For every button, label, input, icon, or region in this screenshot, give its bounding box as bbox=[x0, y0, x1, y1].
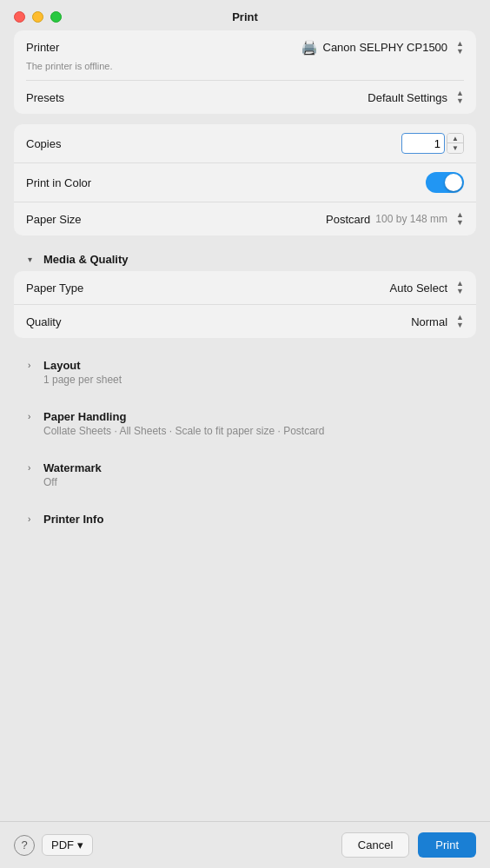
copies-increment[interactable]: ▲ bbox=[447, 134, 463, 143]
layout-subtitle: 1 page per sheet bbox=[14, 374, 476, 393]
printer-info-section: › Printer Info bbox=[14, 506, 476, 527]
title-bar: Print bbox=[0, 0, 490, 30]
quality-label: Quality bbox=[26, 315, 61, 328]
presets-row: Presets Default Settings ▲ ▼ bbox=[14, 81, 476, 114]
printer-dropdown-arrows[interactable]: ▲ ▼ bbox=[456, 40, 464, 56]
pdf-label: PDF bbox=[51, 838, 74, 851]
media-quality-title: Media & Quality bbox=[43, 253, 129, 266]
copies-section: Copies ▲ ▼ Print in Color Paper Size Pos… bbox=[14, 124, 476, 235]
printer-info-title: Printer Info bbox=[43, 513, 103, 526]
paper-type-row: Paper Type Auto Select ▲ ▼ bbox=[14, 271, 476, 304]
copies-arrows: ▲ ▼ bbox=[447, 133, 464, 154]
media-quality-section: ▾ Media & Quality Paper Type Auto Select… bbox=[14, 246, 476, 341]
paper-size-dropdown-arrows[interactable]: ▲ ▼ bbox=[456, 211, 464, 227]
window-title: Print bbox=[232, 10, 258, 23]
layout-header[interactable]: › Layout bbox=[14, 352, 476, 374]
watermark-title: Watermark bbox=[43, 461, 102, 474]
close-button[interactable] bbox=[14, 11, 25, 23]
main-content: Printer 🖨️ Canon SELPHY CP1500 ▲ ▼ The p… bbox=[0, 30, 490, 821]
media-quality-chevron: ▾ bbox=[28, 255, 38, 264]
pdf-arrow-icon: ▾ bbox=[77, 838, 83, 851]
print-in-color-label: Print in Color bbox=[26, 176, 91, 189]
cancel-button[interactable]: Cancel bbox=[341, 832, 409, 858]
watermark-section: › Watermark Off bbox=[14, 454, 476, 495]
paper-handling-header[interactable]: › Paper Handling bbox=[14, 403, 476, 425]
printer-presets-section: Printer 🖨️ Canon SELPHY CP1500 ▲ ▼ The p… bbox=[14, 30, 476, 114]
footer: ? PDF ▾ Cancel Print bbox=[0, 821, 490, 868]
paper-type-label: Paper Type bbox=[26, 282, 83, 295]
watermark-subtitle: Off bbox=[14, 476, 476, 495]
print-button[interactable]: Print bbox=[418, 832, 476, 858]
copies-input[interactable] bbox=[401, 133, 445, 154]
copies-decrement[interactable]: ▼ bbox=[447, 143, 463, 153]
printer-value-container: 🖨️ Canon SELPHY CP1500 ▲ ▼ bbox=[301, 39, 465, 56]
copies-stepper: ▲ ▼ bbox=[401, 133, 464, 154]
paper-handling-section: › Paper Handling Collate Sheets · All Sh… bbox=[14, 403, 476, 444]
paper-size-dims: 100 by 148 mm bbox=[375, 213, 447, 225]
printer-label: Printer bbox=[26, 41, 59, 54]
printer-info-header[interactable]: › Printer Info bbox=[14, 506, 476, 527]
presets-label: Presets bbox=[26, 91, 64, 104]
copies-row: Copies ▲ ▼ bbox=[14, 124, 476, 162]
layout-chevron: › bbox=[28, 361, 38, 370]
quality-value-container: Normal ▲ ▼ bbox=[411, 314, 464, 329]
paper-size-row: Paper Size Postcard 100 by 148 mm ▲ ▼ bbox=[14, 202, 476, 235]
footer-right: Cancel Print bbox=[341, 832, 476, 858]
media-quality-inner: Paper Type Auto Select ▲ ▼ Quality Norma… bbox=[14, 271, 476, 338]
pdf-button[interactable]: PDF ▾ bbox=[42, 834, 93, 856]
printer-subtitle: The printer is offline. bbox=[14, 59, 476, 80]
copies-label: Copies bbox=[26, 137, 61, 150]
media-quality-header[interactable]: ▾ Media & Quality bbox=[14, 246, 476, 268]
presets-dropdown-arrows[interactable]: ▲ ▼ bbox=[456, 89, 464, 105]
paper-handling-title: Paper Handling bbox=[43, 410, 126, 423]
paper-type-dropdown-arrows[interactable]: ▲ ▼ bbox=[456, 280, 464, 295]
print-in-color-toggle[interactable] bbox=[426, 172, 464, 193]
paper-type-value-container: Auto Select ▲ ▼ bbox=[390, 280, 464, 295]
maximize-button[interactable] bbox=[50, 11, 62, 23]
quality-row: Quality Normal ▲ ▼ bbox=[14, 304, 476, 338]
printer-row: Printer 🖨️ Canon SELPHY CP1500 ▲ ▼ bbox=[14, 30, 476, 59]
printer-info-chevron: › bbox=[28, 514, 38, 524]
layout-title: Layout bbox=[43, 359, 81, 372]
paper-handling-subtitle: Collate Sheets · All Sheets · Scale to f… bbox=[14, 425, 476, 444]
paper-size-name: Postcard bbox=[326, 213, 370, 226]
quality-value: Normal bbox=[411, 315, 447, 328]
watermark-header[interactable]: › Watermark bbox=[14, 454, 476, 476]
layout-section: › Layout 1 page per sheet bbox=[14, 352, 476, 393]
minimize-button[interactable] bbox=[32, 11, 43, 23]
printer-name: Canon SELPHY CP1500 bbox=[323, 41, 448, 54]
watermark-chevron: › bbox=[28, 463, 38, 473]
print-in-color-row: Print in Color bbox=[14, 162, 476, 202]
paper-size-value-container: Postcard 100 by 148 mm ▲ ▼ bbox=[326, 211, 464, 227]
presets-value: Default Settings bbox=[368, 91, 447, 104]
paper-type-value: Auto Select bbox=[390, 282, 448, 295]
printer-icon: 🖨️ bbox=[301, 39, 318, 56]
traffic-lights bbox=[14, 11, 62, 23]
footer-left: ? PDF ▾ bbox=[14, 834, 93, 856]
paper-handling-chevron: › bbox=[28, 412, 38, 421]
presets-value-container: Default Settings ▲ ▼ bbox=[368, 89, 464, 105]
quality-dropdown-arrows[interactable]: ▲ ▼ bbox=[456, 314, 464, 329]
help-button[interactable]: ? bbox=[14, 835, 35, 856]
paper-size-label: Paper Size bbox=[26, 213, 82, 226]
